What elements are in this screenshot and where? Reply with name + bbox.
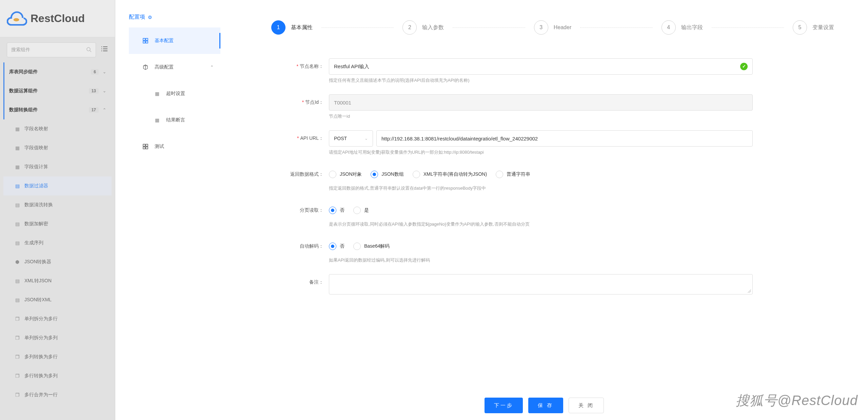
- step-1[interactable]: 1基本属性: [271, 20, 313, 35]
- config-title: 配置项 ⚙: [129, 14, 220, 21]
- chevron-down-icon: ⌄: [364, 136, 368, 141]
- grid-icon: ▦: [153, 91, 161, 96]
- step-5[interactable]: 5变量设置: [793, 20, 834, 35]
- svg-rect-9: [143, 38, 145, 40]
- label-remark: 备注：: [271, 274, 329, 294]
- label-api-url: *API URL：: [271, 130, 329, 163]
- radio-group-decode: 否 Base64解码: [329, 238, 753, 254]
- radio-xml[interactable]: XML字符串(将自动转为JSON): [413, 171, 487, 178]
- hint-node-id: 节点唯一id: [329, 113, 753, 119]
- radio-plain[interactable]: 普通字符串: [496, 171, 530, 178]
- select-http-method[interactable]: POST⌄: [329, 130, 373, 147]
- input-node-name[interactable]: Restful API输入: [329, 58, 753, 75]
- svg-rect-15: [143, 147, 145, 149]
- svg-rect-10: [146, 38, 148, 40]
- input-node-id[interactable]: T00001: [329, 94, 753, 111]
- next-button[interactable]: 下一步: [485, 398, 523, 413]
- grid-icon: ▦: [153, 117, 161, 123]
- cfg-nav-advanced[interactable]: 高级配置 ⌃: [129, 54, 220, 80]
- step-separator: [580, 27, 652, 28]
- radio-page-no[interactable]: 否: [329, 207, 344, 214]
- config-panel: 配置项 ⚙ 基本配置 高级配置 ⌃ ▦ 超时设置 ▦ 结果断言: [115, 0, 868, 420]
- hint-page: 是表示分页循环读取,同时必须在API输入参数指定${pageNo}变量作为API…: [329, 221, 753, 227]
- svg-rect-14: [146, 144, 148, 146]
- step-bar: 1基本属性 2输入参数 3Header 4输出字段 5变量设置: [271, 20, 834, 35]
- footer-buttons: 下一步 保 存 关 闭: [220, 398, 868, 413]
- label-resp-fmt: 返回数据格式：: [271, 166, 329, 199]
- svg-rect-13: [143, 144, 145, 146]
- chevron-up-icon: ⌃: [210, 65, 214, 70]
- svg-rect-16: [146, 147, 148, 149]
- radio-decode-no[interactable]: 否: [329, 243, 344, 250]
- radio-json-array[interactable]: JSON数组: [371, 171, 403, 178]
- cfg-nav-timeout[interactable]: ▦ 超时设置: [129, 80, 220, 107]
- backdrop-mask: [0, 0, 115, 420]
- hint-decode: 如果API返回的数据经过编码,则可以选择先进行解码: [329, 257, 753, 263]
- svg-rect-12: [146, 41, 148, 43]
- save-button[interactable]: 保 存: [528, 398, 563, 413]
- hint-resp-fmt: 指定返回数据的格式,普通字符串默认设置在data中第一行的responseBod…: [329, 185, 753, 191]
- step-3[interactable]: 3Header: [534, 20, 571, 35]
- cfg-nav-assert[interactable]: ▦ 结果断言: [129, 107, 220, 133]
- radio-page-yes[interactable]: 是: [353, 207, 369, 214]
- radio-decode-base64[interactable]: Base64解码: [353, 243, 390, 250]
- gear-icon: ⚙: [148, 15, 152, 20]
- form: *节点名称： Restful API输入 指定任何有意义且能描述本节点的说明(选…: [271, 58, 753, 294]
- config-nav: 配置项 ⚙ 基本配置 高级配置 ⌃ ▦ 超时设置 ▦ 结果断言: [115, 0, 220, 420]
- close-button[interactable]: 关 闭: [569, 398, 604, 413]
- radio-group-resp-fmt: JSON对象 JSON数组 XML字符串(将自动转为JSON) 普通字符串: [329, 166, 753, 183]
- step-separator: [712, 27, 784, 28]
- grid4-icon: [141, 38, 150, 43]
- cfg-nav-basic[interactable]: 基本配置: [129, 27, 220, 54]
- step-separator: [321, 27, 394, 28]
- svg-rect-11: [143, 41, 145, 43]
- label-node-name: *节点名称：: [271, 58, 329, 91]
- step-separator: [453, 27, 525, 28]
- radio-group-page: 否 是: [329, 202, 753, 218]
- cube-icon: [141, 64, 150, 70]
- input-api-url[interactable]: http://192.168.38.1:8081/restcloud/datai…: [376, 130, 753, 147]
- grid4-icon: [141, 144, 150, 149]
- cfg-nav-test[interactable]: 测试: [129, 133, 220, 160]
- label-node-id: *节点Id：: [271, 94, 329, 127]
- label-decode: 自动解码：: [271, 238, 329, 271]
- hint-api-url: 请指定API地址可用${变量}获取变量值作为URL的一部分如:http://ip…: [329, 149, 753, 155]
- step-4[interactable]: 4输出字段: [662, 20, 703, 35]
- radio-json-obj[interactable]: JSON对象: [329, 171, 362, 178]
- label-page: 分页读取：: [271, 202, 329, 235]
- form-main: 1基本属性 2输入参数 3Header 4输出字段 5变量设置 *节点名称： R…: [220, 0, 868, 420]
- step-2[interactable]: 2输入参数: [402, 20, 444, 35]
- textarea-remark[interactable]: [329, 274, 753, 294]
- hint-node-name: 指定任何有意义且能描述本节点的说明(选择API后自动填充为API的名称): [329, 77, 753, 83]
